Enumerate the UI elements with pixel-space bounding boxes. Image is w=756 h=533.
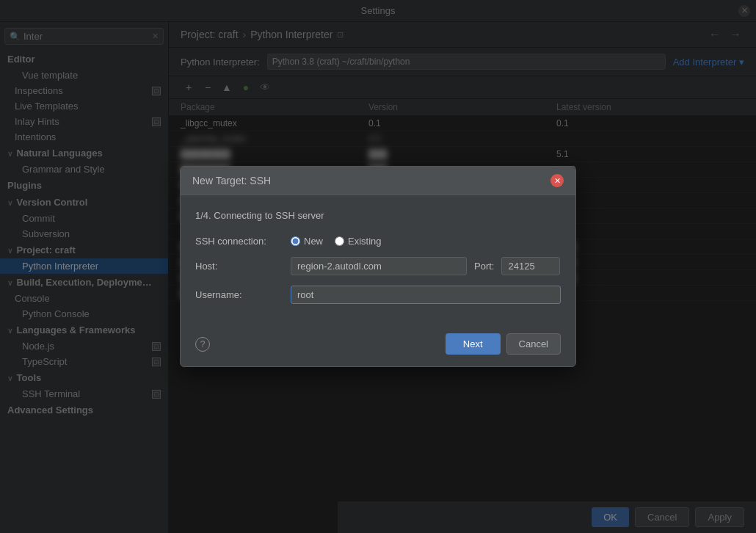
modal-step: 1/4. Connecting to SSH server (195, 210, 561, 221)
modal-help-icon[interactable]: ? (195, 337, 210, 352)
modal-title: New Target: SSH (192, 175, 271, 186)
host-label: Host: (195, 261, 283, 272)
radio-new-option[interactable]: New (291, 236, 323, 247)
modal-header: New Target: SSH ✕ (181, 167, 575, 195)
port-label: Port: (474, 261, 494, 272)
username-label: Username: (195, 289, 283, 300)
username-input[interactable] (291, 286, 561, 304)
host-port-row: Host: Port: (195, 257, 561, 275)
ssh-connection-row: SSH connection: New Existing (195, 236, 561, 247)
host-input[interactable] (291, 257, 467, 275)
radio-existing-label: Existing (348, 236, 382, 247)
modal-close-button[interactable]: ✕ (550, 174, 564, 187)
radio-group-ssh: New Existing (291, 236, 382, 247)
modal-body: 1/4. Connecting to SSH server SSH connec… (181, 195, 575, 326)
next-button[interactable]: Next (446, 333, 501, 355)
modal-overlay: New Target: SSH ✕ 1/4. Connecting to SSH… (0, 0, 756, 533)
radio-new-label: New (304, 236, 323, 247)
modal-footer: ? Next Cancel (181, 326, 575, 366)
radio-existing-option[interactable]: Existing (335, 236, 382, 247)
radio-existing[interactable] (335, 236, 344, 246)
new-target-ssh-modal: New Target: SSH ✕ 1/4. Connecting to SSH… (180, 166, 576, 367)
username-row: Username: (195, 286, 561, 304)
host-port-inputs: Port: (291, 257, 561, 275)
radio-new[interactable] (291, 236, 300, 246)
ssh-connection-label: SSH connection: (195, 236, 283, 247)
modal-buttons: Next Cancel (446, 333, 561, 355)
modal-cancel-button[interactable]: Cancel (506, 333, 561, 355)
port-input[interactable] (501, 257, 560, 275)
